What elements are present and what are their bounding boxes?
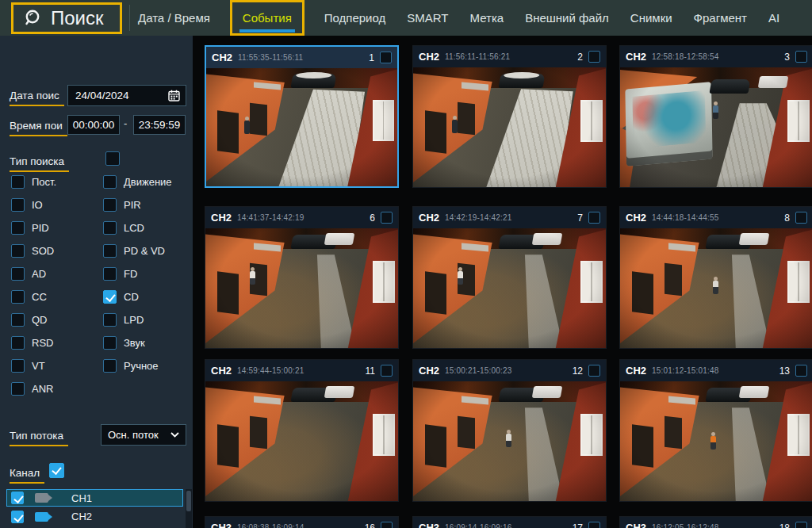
tile-checkbox[interactable] (795, 212, 807, 224)
tile-checkbox[interactable] (795, 51, 807, 63)
search-type-sound[interactable]: Звук (103, 336, 186, 350)
tab-fragment[interactable]: Фрагмент (692, 0, 749, 36)
search-type-ad[interactable]: AD (11, 267, 103, 281)
tab-smart[interactable]: SMART (405, 0, 450, 36)
tile-checkbox[interactable] (588, 51, 600, 63)
search-type-io[interactable]: IO (11, 198, 103, 212)
search-type-pd-vd[interactable]: PD & VD (103, 244, 186, 258)
search-type-rsd[interactable]: RSD (11, 336, 103, 350)
checkbox[interactable] (103, 267, 117, 281)
search-type-const[interactable]: Пост. (11, 175, 103, 189)
checkbox[interactable] (11, 382, 25, 396)
checkbox[interactable] (11, 198, 25, 212)
camera-icon (35, 512, 48, 522)
tile-checkbox[interactable] (381, 212, 393, 224)
search-type-all-checkbox[interactable] (105, 151, 120, 166)
checkbox[interactable] (103, 290, 117, 304)
search-type-fd[interactable]: FD (103, 267, 186, 281)
video-result-tile[interactable]: CH2 14:41:37-14:42:19 6 (205, 206, 399, 349)
checkbox[interactable] (103, 336, 117, 350)
channel-list-scrollbar[interactable] (186, 489, 192, 528)
checkbox[interactable] (11, 290, 25, 304)
video-result-tile[interactable]: CH2 15:01:12-15:01:48 13 (619, 359, 812, 502)
date-input[interactable]: 24/04/2024 (67, 85, 186, 106)
search-type-qd[interactable]: QD (11, 313, 103, 327)
scene-carwhite (324, 233, 354, 245)
search-type-vt[interactable]: VT (11, 359, 103, 373)
video-result-tile[interactable]: CH3 16:08:38-16:09:14 16 (205, 516, 399, 528)
time-range: 16:08:38-16:09:14 (237, 523, 359, 528)
time-from-input[interactable]: 00:00:00 (67, 115, 120, 135)
video-result-tile[interactable]: CH2 14:42:19-14:42:21 7 (412, 206, 607, 349)
tile-checkbox[interactable] (381, 522, 393, 528)
checkbox-label: CD (124, 291, 139, 303)
search-type-cc[interactable]: CC (11, 290, 103, 304)
video-result-tile[interactable]: CH2 12:58:18-12:58:54 3 (619, 45, 812, 188)
search-type-sod[interactable]: SOD (11, 244, 103, 258)
search-type-motion[interactable]: Движение (103, 175, 186, 189)
video-result-tile[interactable]: CH3 16:12:05-16:12:48 18 (619, 516, 812, 528)
checkbox[interactable] (11, 313, 25, 327)
search-type-label: Тип поиска (10, 155, 64, 167)
search-type-pir[interactable]: PIR (103, 198, 186, 212)
checkbox[interactable] (11, 359, 25, 373)
result-number: 3 (784, 52, 790, 63)
tile-checkbox[interactable] (795, 365, 807, 377)
checkbox[interactable] (103, 244, 117, 258)
scene-person (713, 281, 718, 294)
tile-checkbox[interactable] (588, 212, 600, 224)
video-result-tile[interactable]: CH3 16:09:14-16:09:16 17 (412, 516, 607, 528)
result-number: 13 (779, 365, 790, 377)
checkbox-label: FD (124, 268, 137, 280)
scene-door2 (665, 263, 682, 297)
channel-checkbox[interactable] (11, 511, 24, 523)
tab-external-file[interactable]: Внешний файл (523, 0, 611, 36)
tab-tag[interactable]: Метка (469, 0, 506, 36)
search-type-pid[interactable]: PID (11, 221, 103, 235)
video-result-tile[interactable]: CH2 11:56:11-11:56:21 2 (412, 45, 607, 188)
channel-checkbox[interactable] (11, 492, 24, 504)
checkbox[interactable] (11, 336, 25, 350)
channel-row-ch2[interactable]: CH2 (6, 508, 183, 526)
search-type-manual[interactable]: Ручное (103, 359, 186, 373)
channel-all-checkbox[interactable] (49, 463, 64, 478)
video-result-tile[interactable]: CH2 15:00:21-15:00:23 12 (412, 359, 607, 502)
checkbox[interactable] (11, 267, 25, 281)
checkbox[interactable] (11, 175, 25, 189)
tile-checkbox[interactable] (588, 522, 600, 528)
checkbox[interactable] (103, 313, 117, 327)
checkbox-label: Движение (124, 176, 172, 188)
tab-snapshots[interactable]: Снимки (629, 0, 674, 36)
time-to-input[interactable]: 23:59:59 (133, 115, 186, 135)
scrollbar-thumb[interactable] (186, 491, 191, 511)
time-range: 16:09:14-16:09:16 (445, 523, 567, 528)
checkbox[interactable] (11, 221, 25, 235)
checkbox[interactable] (11, 244, 25, 258)
checkbox[interactable] (103, 175, 117, 189)
tab-events[interactable]: События (230, 0, 304, 36)
channel-label: CH2 (211, 365, 232, 377)
tab-date-time[interactable]: Дата / Время (136, 0, 212, 36)
video-result-tile[interactable]: CH2 14:59:44-15:00:21 11 (205, 359, 399, 502)
checkbox[interactable] (103, 359, 117, 373)
tile-checkbox[interactable] (381, 365, 393, 377)
channel-label: CH2 (626, 212, 646, 224)
search-type-anr[interactable]: ANR (11, 382, 103, 396)
video-result-tile[interactable]: CH2 11:55:35-11:56:11 1 (205, 45, 399, 188)
checkbox[interactable] (103, 221, 117, 235)
search-type-cd[interactable]: CD (103, 290, 186, 304)
checkbox[interactable] (103, 198, 117, 212)
tile-checkbox[interactable] (795, 522, 807, 528)
search-type-lcd[interactable]: LCD (103, 221, 186, 235)
tab-sub-period[interactable]: Подпериод (323, 0, 388, 36)
tab-ai[interactable]: AI (767, 0, 781, 36)
checkbox-label: CC (32, 291, 47, 303)
search-type-lpd[interactable]: LPD (103, 313, 186, 327)
stream-type-select[interactable]: Осн. поток (101, 424, 186, 446)
video-result-tile[interactable]: CH2 14:44:18-14:44:55 8 (619, 206, 812, 349)
tab-label: SMART (407, 11, 448, 25)
calendar-icon[interactable] (168, 90, 180, 101)
channel-row-ch1[interactable]: CH1 (6, 489, 183, 507)
tile-checkbox[interactable] (380, 52, 392, 63)
tile-checkbox[interactable] (588, 365, 600, 377)
